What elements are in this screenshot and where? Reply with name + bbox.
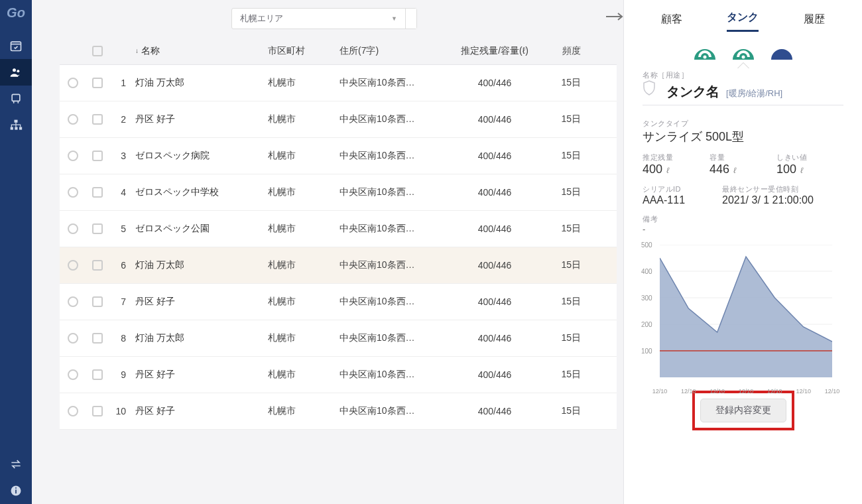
svg-rect-3: [12, 94, 20, 101]
row-index: 6: [109, 260, 129, 271]
tank-name-label: 名称［用途］: [643, 70, 843, 80]
nav-org[interactable]: [0, 112, 32, 139]
nav-calendar[interactable]: [0, 32, 32, 59]
edit-button-highlight: 登録内容変更: [692, 391, 794, 430]
table-row[interactable]: 1灯油 万太郎札幌市中央区南10条西…400/44615日: [60, 65, 617, 101]
search-input[interactable]: [406, 9, 416, 29]
row-addr: 中央区南10条西…: [339, 332, 455, 344]
sensor-icon-3[interactable]: [771, 44, 792, 60]
row-checkbox[interactable]: [92, 223, 103, 234]
row-frequency: 15日: [534, 296, 581, 308]
row-radio[interactable]: [68, 406, 78, 416]
row-radio[interactable]: [68, 151, 78, 161]
row-checkbox[interactable]: [92, 114, 103, 125]
header-volume[interactable]: 推定残量/容量(ℓ): [455, 45, 534, 57]
row-radio[interactable]: [68, 333, 78, 344]
row-checkbox[interactable]: [92, 260, 103, 271]
chart-ytick: 100: [641, 347, 652, 355]
row-name: ゼロスペック公園: [129, 223, 268, 235]
row-checkbox[interactable]: [92, 151, 103, 161]
row-volume: 400/446: [455, 187, 534, 198]
row-radio[interactable]: [68, 223, 78, 234]
row-radio[interactable]: [68, 260, 78, 271]
row-checkbox[interactable]: [92, 333, 103, 344]
row-addr: 中央区南10条西…: [339, 223, 455, 235]
header-frequency[interactable]: 頻度: [534, 45, 581, 57]
sensor-icon-1[interactable]: [694, 44, 715, 60]
row-name: 丹区 好子: [129, 405, 268, 417]
table-row[interactable]: 5ゼロスペック公園札幌市中央区南10条西…400/44615日: [60, 211, 617, 247]
tab-customer[interactable]: 顧客: [661, 13, 682, 32]
row-checkbox[interactable]: [92, 369, 103, 380]
row-name: 丹区 好子: [129, 369, 268, 381]
row-frequency: 15日: [534, 223, 581, 235]
row-index: 7: [109, 296, 129, 307]
row-frequency: 15日: [534, 259, 581, 271]
tab-history[interactable]: 履歴: [804, 13, 825, 32]
row-city: 札幌市: [268, 259, 339, 271]
table-row[interactable]: 10丹区 好子札幌市中央区南10条西…400/44615日: [60, 393, 617, 430]
row-checkbox[interactable]: [92, 296, 103, 307]
area-select[interactable]: 札幌エリア ▼: [232, 9, 406, 29]
row-checkbox[interactable]: [92, 187, 103, 198]
row-index: 9: [109, 369, 129, 380]
panel-collapse-arrow[interactable]: [605, 12, 623, 24]
row-radio[interactable]: [68, 369, 78, 380]
row-checkbox[interactable]: [92, 406, 103, 416]
header-city[interactable]: 市区町村: [268, 45, 339, 57]
svg-point-1: [13, 68, 16, 72]
edit-button[interactable]: 登録内容変更: [700, 399, 786, 422]
nav-customers[interactable]: [0, 59, 32, 86]
nav-tanks[interactable]: [0, 86, 32, 112]
row-volume: 400/446: [455, 333, 534, 344]
header-addr[interactable]: 住所(7字): [339, 45, 455, 57]
row-frequency: 15日: [534, 405, 581, 417]
select-all-checkbox[interactable]: [92, 46, 103, 56]
row-addr: 中央区南10条西…: [339, 150, 455, 162]
row-name: 灯油 万太郎: [129, 332, 268, 344]
tab-tank[interactable]: タンク: [727, 11, 759, 32]
customer-table: ↓名称 市区町村 住所(7字) 推定残量/容量(ℓ) 頻度 1灯油 万太郎札幌市…: [32, 37, 617, 504]
row-volume: 400/446: [455, 260, 534, 271]
svg-point-12: [741, 56, 745, 59]
row-volume: 400/446: [455, 223, 534, 234]
chart-ytick: 200: [641, 321, 652, 328]
chevron-down-icon: ▼: [391, 15, 397, 22]
row-volume: 400/446: [455, 151, 534, 161]
lastrx-value: 2021/ 3/ 1 21:00:00: [722, 194, 814, 206]
row-radio[interactable]: [68, 78, 78, 88]
row-volume: 400/446: [455, 296, 534, 307]
row-index: 8: [109, 333, 129, 344]
row-radio[interactable]: [68, 296, 78, 307]
sensor-icon-2[interactable]: [733, 44, 754, 60]
table-row[interactable]: 8灯油 万太郎札幌市中央区南10条西…400/44615日: [60, 320, 617, 357]
row-city: 札幌市: [268, 223, 339, 235]
header-name[interactable]: 名称: [141, 45, 160, 57]
row-checkbox[interactable]: [92, 78, 103, 88]
row-city: 札幌市: [268, 369, 339, 381]
capacity-value: 446: [709, 162, 729, 176]
sort-arrow-icon[interactable]: ↓: [135, 47, 139, 54]
svg-point-2: [17, 70, 19, 72]
nav-swap[interactable]: [0, 451, 32, 477]
table-row[interactable]: 3ゼロスペック病院札幌市中央区南10条西…400/44615日: [60, 138, 617, 174]
row-index: 5: [109, 223, 129, 234]
svg-rect-4: [15, 120, 18, 123]
nav-info[interactable]: [0, 477, 32, 504]
note-label: 備考: [643, 214, 843, 224]
row-radio[interactable]: [68, 114, 78, 125]
row-index: 2: [109, 114, 129, 125]
row-frequency: 15日: [534, 186, 581, 198]
chart-xtick: 12/10: [652, 388, 668, 395]
table-row[interactable]: 6灯油 万太郎札幌市中央区南10条西…400/44615日: [60, 247, 617, 284]
table-row[interactable]: 4ゼロスペック中学校札幌市中央区南10条西…400/44615日: [60, 174, 617, 211]
row-city: 札幌市: [268, 113, 339, 125]
row-city: 札幌市: [268, 332, 339, 344]
row-city: 札幌市: [268, 150, 339, 162]
table-row[interactable]: 2丹区 好子札幌市中央区南10条西…400/44615日: [60, 101, 617, 138]
remain-label: 推定残量: [643, 153, 709, 162]
table-row[interactable]: 9丹区 好子札幌市中央区南10条西…400/44615日: [60, 357, 617, 393]
table-row[interactable]: 7丹区 好子札幌市中央区南10条西…400/44615日: [60, 284, 617, 320]
row-frequency: 15日: [534, 369, 581, 381]
row-radio[interactable]: [68, 187, 78, 198]
